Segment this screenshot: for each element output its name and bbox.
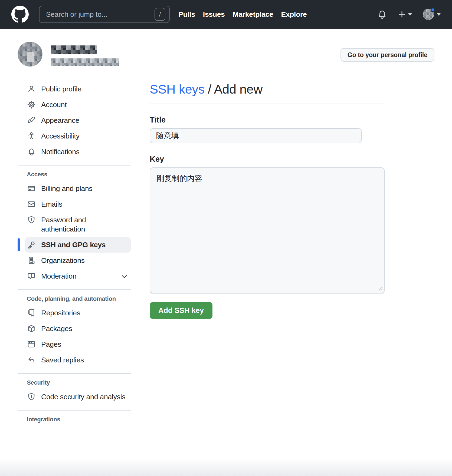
gear-icon — [27, 101, 35, 109]
package-icon — [27, 325, 35, 333]
key-field-label: Key — [150, 155, 385, 164]
person-icon — [27, 85, 35, 93]
caret-down-icon — [437, 13, 441, 16]
breadcrumb-current: Add new — [214, 82, 262, 96]
ssh-keys-breadcrumb-link[interactable]: SSH keys — [150, 82, 204, 96]
sidebar-item-label: Accessibility — [41, 131, 80, 141]
create-new-menu[interactable] — [398, 10, 412, 18]
sidebar-item-label: Packages — [41, 324, 72, 333]
key-textarea[interactable] — [150, 167, 385, 293]
bell-icon[interactable] — [377, 9, 387, 19]
top-right-controls — [377, 9, 441, 20]
page-bottom-fade — [0, 459, 452, 476]
redacted-user-subtitle — [51, 58, 119, 66]
sidebar-item-label: Emails — [41, 200, 62, 209]
sidebar-section-access: Access — [27, 171, 131, 178]
sidebar-item-pages[interactable]: Pages — [25, 336, 131, 352]
redacted-username — [51, 45, 97, 54]
plus-icon — [398, 10, 406, 18]
sidebar-item-saved-replies[interactable]: Saved replies — [25, 352, 131, 368]
sidebar-item-label: Billing and plans — [41, 184, 93, 193]
global-search-box: / — [39, 6, 170, 23]
slash-shortcut-key: / — [155, 8, 165, 21]
github-logo-icon[interactable] — [11, 6, 29, 23]
page-title: SSH keys / Add new — [150, 82, 385, 97]
notification-dot — [431, 8, 435, 12]
settings-sidebar: Public profileAccountAppearanceAccessibi… — [18, 81, 131, 426]
sidebar-item-label: Appearance — [41, 116, 79, 125]
sidebar-item-notifications[interactable]: Notifications — [25, 144, 131, 160]
sidebar-item-label: Password and authentication — [41, 215, 128, 234]
caret-down-icon — [408, 13, 412, 16]
top-navigation-bar: / PullsIssuesMarketplaceExplore — [0, 0, 452, 29]
search-input[interactable] — [45, 10, 155, 19]
sidebar-item-label: Pages — [41, 340, 61, 349]
sidebar-section-security: Security — [27, 379, 131, 386]
main-panel: SSH keys / Add new Title Key Add SSH key — [150, 81, 385, 319]
sidebar-item-code-security-and-analysis[interactable]: Code security and analysis — [25, 389, 131, 405]
sidebar-section-code-planning-and-automation: Code, planning, and automation — [27, 295, 131, 302]
title-input[interactable] — [150, 128, 362, 143]
divider — [18, 165, 131, 166]
sidebar-section-integrations: Integrations — [27, 416, 131, 423]
breadcrumb-separator: / — [204, 82, 214, 96]
sidebar-item-label: Moderation — [41, 272, 77, 281]
sidebar-item-label: Public profile — [41, 84, 81, 94]
sidebar-item-repositories[interactable]: Repositories — [25, 305, 131, 321]
chevron-down-icon — [120, 273, 128, 280]
shield-lock-icon — [27, 216, 35, 224]
sidebar-item-packages[interactable]: Packages — [25, 321, 131, 336]
sidebar-item-emails[interactable]: Emails — [25, 196, 131, 212]
sidebar-item-label: Saved replies — [41, 355, 84, 365]
repo-icon — [27, 309, 35, 317]
top-nav-pulls[interactable]: Pulls — [178, 10, 195, 19]
top-nav-issues[interactable]: Issues — [203, 10, 225, 19]
top-nav-explore[interactable]: Explore — [281, 10, 307, 19]
divider — [18, 289, 131, 290]
bell-icon — [27, 148, 35, 156]
user-menu[interactable] — [423, 9, 441, 20]
browser-icon — [27, 340, 35, 348]
sidebar-item-moderation[interactable]: Moderation — [25, 268, 131, 284]
sidebar-item-appearance[interactable]: Appearance — [25, 113, 131, 128]
sidebar-item-label: Repositories — [41, 308, 80, 318]
key-icon — [27, 241, 35, 249]
key-textarea-wrap — [150, 167, 385, 293]
sidebar-item-password-and-authentication[interactable]: Password and authentication — [25, 212, 131, 237]
sidebar-item-label: Account — [41, 100, 67, 109]
sidebar-item-label: Notifications — [41, 147, 80, 156]
mail-icon — [27, 200, 35, 208]
sidebar-item-label: Code security and analysis — [41, 392, 126, 401]
top-nav-links: PullsIssuesMarketplaceExplore — [178, 10, 307, 19]
sidebar-item-label: Organizations — [41, 256, 85, 265]
sidebar-item-billing-and-plans[interactable]: Billing and plans — [25, 181, 131, 196]
divider — [150, 104, 385, 104]
sidebar-item-public-profile[interactable]: Public profile — [25, 81, 131, 97]
credit-card-icon — [27, 184, 35, 193]
reply-icon — [27, 356, 35, 364]
resize-handle-icon[interactable] — [376, 285, 383, 291]
divider — [18, 410, 131, 411]
avatar — [423, 9, 434, 20]
profile-names — [51, 42, 119, 66]
content-area: Public profileAccountAppearanceAccessibi… — [0, 81, 452, 426]
title-field-label: Title — [150, 115, 385, 124]
accessibility-icon — [27, 132, 35, 140]
avatar — [18, 42, 42, 67]
report-icon — [27, 272, 35, 280]
add-ssh-key-button[interactable]: Add SSH key — [150, 302, 212, 319]
top-nav-marketplace[interactable]: Marketplace — [233, 10, 273, 19]
divider — [18, 373, 131, 374]
paintbrush-icon — [27, 116, 35, 124]
sidebar-item-label: SSH and GPG keys — [41, 240, 106, 249]
profile-header: Go to your personal profile — [0, 29, 452, 67]
sidebar-item-organizations[interactable]: Organizations — [25, 253, 131, 268]
sidebar-item-accessibility[interactable]: Accessibility — [25, 128, 131, 144]
go-to-personal-profile-button[interactable]: Go to your personal profile — [340, 48, 434, 62]
sidebar-item-ssh-and-gpg-keys[interactable]: SSH and GPG keys — [25, 237, 131, 253]
shield-lock-icon — [27, 393, 35, 401]
sidebar-item-account[interactable]: Account — [25, 97, 131, 113]
organization-icon — [27, 256, 35, 265]
